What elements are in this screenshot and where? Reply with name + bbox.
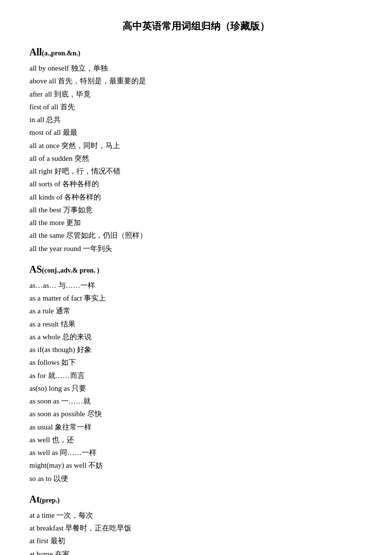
entry-english: all the year round <box>29 245 83 252</box>
entry-english: most of all <box>29 128 63 136</box>
entry-chinese: 通常 <box>56 307 71 315</box>
entry-chinese: 同……一样 <box>60 449 97 456</box>
entry-english: as…as… <box>29 281 58 289</box>
list-item: most of all 最最 <box>29 126 363 139</box>
entry-chinese: 好象 <box>77 346 92 353</box>
entry-english: as if(as though) <box>29 346 77 353</box>
entry-english: first of all <box>29 103 60 111</box>
entry-chinese: 结果 <box>61 320 75 328</box>
page-title: 高中英语常用词组归纳（珍藏版） <box>29 20 363 33</box>
entry-english: as follows <box>29 358 61 366</box>
entry-english: as a result <box>29 320 61 328</box>
list-item: as well as 同……一样 <box>29 446 363 459</box>
entry-chinese: 一……就 <box>61 397 91 405</box>
list-item: all sorts of 各种各样的 <box>29 177 363 190</box>
entry-chinese: 万事如意 <box>63 206 93 214</box>
entry-chinese: 首先，特别是，最重要的是 <box>58 77 146 85</box>
entry-english: as a matter of fact <box>29 294 84 302</box>
list-item: as soon as possible 尽快 <box>29 407 363 420</box>
entry-english: all the more <box>29 219 66 227</box>
entry-list-at: at a time 一次，每次at breakfast 早餐时，正在吃早饭at … <box>29 509 363 555</box>
entry-chinese: 也，还 <box>52 436 74 444</box>
entry-list-as: as…as… 与……一样as a matter of fact 事实上as a … <box>29 279 363 485</box>
entry-english: at first <box>29 537 50 545</box>
entry-chinese: 突然，同时，马上 <box>61 142 120 150</box>
list-item: all the more 更加 <box>29 216 363 229</box>
list-item: all at once 突然，同时，马上 <box>29 139 363 152</box>
entry-chinese: 到底，毕竟 <box>54 90 91 98</box>
list-item: as a whole 总的来说 <box>29 330 363 343</box>
list-item: all right 好吧，行，情况不错 <box>29 165 363 177</box>
list-item: all the best 万事如意 <box>29 203 363 216</box>
entry-english: above all <box>29 77 58 85</box>
list-item: first of all 首先 <box>29 101 363 113</box>
entry-english: all by oneself <box>29 64 71 72</box>
entry-english: all of a sudden <box>29 154 74 162</box>
entry-english: as well <box>29 436 52 444</box>
entry-chinese: 早餐时，正在吃早饭 <box>65 524 131 532</box>
list-item: as for 就……而言 <box>29 369 363 382</box>
entry-chinese: 最初 <box>50 537 65 545</box>
list-item: as soon as 一……就 <box>29 395 363 407</box>
entry-chinese: 各种各样的 <box>62 180 99 188</box>
entry-english: all the same <box>29 231 66 239</box>
list-item: all the year round 一年到头 <box>29 242 363 255</box>
entry-english: after all <box>29 90 54 98</box>
entry-chinese: 总的来说 <box>62 333 92 341</box>
list-item: at first 最初 <box>29 534 363 547</box>
entry-english: at home <box>29 550 55 555</box>
entry-chinese: 最最 <box>63 128 77 136</box>
entry-english: all right <box>29 167 54 175</box>
list-item: so as to 以便 <box>29 472 363 485</box>
list-item: as a rule 通常 <box>29 304 363 317</box>
entry-english: as for <box>29 372 48 379</box>
entry-chinese: 尽快 <box>87 410 102 418</box>
entry-english: so as to <box>29 475 53 482</box>
list-item: as follows 如下 <box>29 356 363 369</box>
entry-english: all sorts of <box>29 180 62 188</box>
list-item: as usual 象往常一样 <box>29 421 363 433</box>
entry-list-all: all by oneself 独立，单独above all 首先，特别是，最重要… <box>29 62 363 255</box>
entry-chinese: 总共 <box>46 116 61 124</box>
list-item: all of a sudden 突然 <box>29 152 363 165</box>
entry-chinese: 更加 <box>66 219 81 227</box>
entry-chinese: 尽管如此，仍旧（照样） <box>66 231 147 239</box>
section-heading-all: All(a.,pron.&n.) <box>29 47 363 58</box>
entry-chinese: 就……而言 <box>48 372 85 379</box>
entry-chinese: 各种各样的 <box>64 193 101 201</box>
section-heading-at: At(prep.) <box>29 494 363 505</box>
entry-chinese: 好吧，行，情况不错 <box>54 167 121 175</box>
list-item: as well 也，还 <box>29 433 363 446</box>
list-item: might(may) as well 不妨 <box>29 459 363 472</box>
entry-chinese: 在家 <box>55 550 70 555</box>
list-item: all kinds of 各种各样的 <box>29 191 363 203</box>
list-item: at breakfast 早餐时，正在吃早饭 <box>29 522 363 534</box>
entry-chinese: 不妨 <box>88 461 103 469</box>
entry-chinese: 与……一样 <box>58 281 95 289</box>
list-item: in all 总共 <box>29 113 363 126</box>
entry-english: might(may) as well <box>29 461 88 469</box>
list-item: all by oneself 独立，单独 <box>29 62 363 75</box>
entry-chinese: 独立，单独 <box>71 64 108 72</box>
entry-english: as(so) long as <box>29 384 72 392</box>
entry-english: as a whole <box>29 333 62 341</box>
entry-english: as a rule <box>29 307 56 315</box>
list-item: as if(as though) 好象 <box>29 343 363 356</box>
entry-english: at breakfast <box>29 524 65 532</box>
entry-chinese: 以便 <box>53 475 68 482</box>
entry-english: at a time <box>29 511 56 519</box>
entry-chinese: 首先 <box>60 103 75 111</box>
list-item: as…as… 与……一样 <box>29 279 363 292</box>
list-item: at home 在家 <box>29 548 363 555</box>
entry-chinese: 只要 <box>72 384 86 392</box>
list-item: at a time 一次，每次 <box>29 509 363 522</box>
entry-english: as well as <box>29 449 60 456</box>
entry-chinese: 象往常一样 <box>55 423 92 431</box>
list-item: as a matter of fact 事实上 <box>29 292 363 304</box>
list-item: as(so) long as 只要 <box>29 382 363 395</box>
list-item: as a result 结果 <box>29 318 363 330</box>
entry-english: in all <box>29 116 46 124</box>
entry-chinese: 突然 <box>74 154 89 162</box>
entry-chinese: 一年到头 <box>83 245 112 252</box>
entry-english: all kinds of <box>29 193 64 201</box>
